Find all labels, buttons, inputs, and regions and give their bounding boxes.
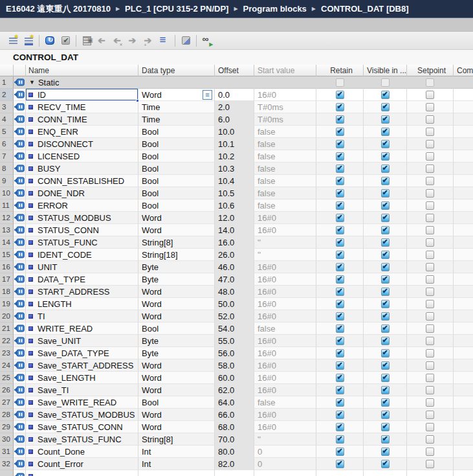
var-comment-cell[interactable] bbox=[454, 101, 473, 113]
var-start-value-cell[interactable]: 16#0 bbox=[254, 89, 316, 101]
add-row-button[interactable] bbox=[21, 34, 36, 48]
retain-checkbox[interactable]: ✔ bbox=[336, 398, 344, 407]
retain-checkbox[interactable]: ✔ bbox=[336, 115, 344, 124]
var-type-cell[interactable]: Bool bbox=[138, 163, 215, 175]
var-name-cell[interactable]: IDENT_CODE bbox=[26, 249, 138, 261]
setpoint-checkbox[interactable] bbox=[426, 103, 434, 111]
var-comment-cell[interactable] bbox=[454, 335, 473, 347]
load-all-values-button[interactable] bbox=[141, 34, 157, 48]
retain-checkbox[interactable]: ✔ bbox=[336, 226, 344, 234]
var-type-cell[interactable]: Word bbox=[138, 212, 215, 224]
var-start-value-cell[interactable]: false bbox=[254, 126, 316, 138]
var-name-cell[interactable]: UNIT bbox=[26, 261, 138, 273]
var-comment-cell[interactable] bbox=[454, 421, 473, 433]
breadcrumb-item[interactable]: PLC_1 [CPU 315-2 PN/DP] bbox=[125, 4, 228, 14]
var-start-value-cell[interactable]: 16#0 bbox=[254, 335, 316, 347]
var-comment-cell[interactable] bbox=[454, 187, 473, 199]
var-type-cell[interactable]: Bool bbox=[138, 126, 215, 138]
visible-checkbox[interactable]: ✔ bbox=[381, 238, 390, 247]
setpoint-checkbox[interactable] bbox=[426, 251, 434, 259]
setpoint-checkbox[interactable] bbox=[426, 164, 434, 173]
setpoint-checkbox[interactable] bbox=[426, 214, 434, 222]
var-type-cell[interactable]: Word bbox=[138, 384, 215, 396]
visible-checkbox[interactable]: ✔ bbox=[381, 312, 390, 321]
var-comment-cell[interactable] bbox=[454, 347, 473, 359]
var-comment-cell[interactable] bbox=[454, 446, 473, 458]
var-type-cell[interactable]: Word bbox=[138, 359, 215, 372]
column-header-offset[interactable]: Offset bbox=[215, 65, 254, 76]
setpoint-checkbox[interactable] bbox=[426, 374, 434, 382]
var-start-value-cell[interactable]: 0 bbox=[254, 446, 316, 458]
var-type-cell[interactable]: String[8] bbox=[138, 433, 215, 446]
var-start-value-cell[interactable]: 16#0 bbox=[254, 212, 316, 224]
retain-checkbox[interactable]: ✔ bbox=[336, 152, 344, 161]
column-header-setpoint[interactable]: Setpoint bbox=[407, 65, 454, 76]
visible-checkbox[interactable]: ✔ bbox=[381, 460, 390, 468]
setpoint-checkbox[interactable] bbox=[426, 435, 434, 444]
retain-checkbox[interactable]: ✔ bbox=[336, 177, 344, 185]
visible-checkbox[interactable]: ✔ bbox=[381, 189, 390, 198]
update-interface-button[interactable] bbox=[178, 34, 193, 48]
retain-checkbox[interactable]: ✔ bbox=[336, 201, 344, 210]
var-type-cell[interactable]: Byte bbox=[138, 347, 215, 359]
retain-checkbox[interactable]: ✔ bbox=[336, 189, 344, 198]
setpoint-checkbox[interactable] bbox=[426, 312, 434, 321]
var-type-cell[interactable]: Bool bbox=[138, 187, 215, 199]
insert-row-button[interactable] bbox=[5, 34, 21, 48]
var-name-cell[interactable]: Count_Done bbox=[26, 446, 138, 458]
monitor-all-button[interactable] bbox=[199, 34, 215, 48]
setpoint-checkbox[interactable] bbox=[426, 337, 434, 345]
var-start-value-cell[interactable]: false bbox=[254, 199, 316, 212]
var-comment-cell[interactable] bbox=[454, 113, 473, 126]
var-name-cell[interactable]: Save_WRITE_READ bbox=[26, 396, 138, 409]
copy-snapshot-to-start-button[interactable] bbox=[94, 34, 110, 48]
setpoint-checkbox[interactable] bbox=[426, 140, 434, 148]
var-name-cell[interactable]: Save_UNIT bbox=[26, 335, 138, 347]
var-start-value-cell[interactable]: false bbox=[254, 138, 316, 150]
var-comment-cell[interactable] bbox=[454, 89, 473, 101]
var-name-cell[interactable]: START_ADDRESS bbox=[26, 286, 138, 298]
var-type-cell[interactable]: Word bbox=[138, 310, 215, 323]
var-start-value-cell[interactable]: '' bbox=[254, 249, 316, 261]
setpoint-checkbox[interactable] bbox=[426, 152, 434, 161]
var-comment-cell[interactable] bbox=[454, 384, 473, 396]
retain-checkbox[interactable]: ✔ bbox=[336, 324, 344, 333]
setpoint-checkbox[interactable] bbox=[426, 300, 434, 308]
visible-checkbox[interactable]: ✔ bbox=[381, 103, 390, 111]
var-name-cell[interactable]: ID bbox=[26, 89, 138, 101]
var-name-cell[interactable]: CONN_TIME bbox=[26, 113, 138, 126]
retain-checkbox[interactable]: ✔ bbox=[336, 435, 344, 444]
setpoint-checkbox[interactable] bbox=[426, 361, 434, 370]
var-start-value-cell[interactable]: 16#0 bbox=[254, 372, 316, 384]
retain-checkbox[interactable]: ✔ bbox=[336, 448, 344, 456]
visible-checkbox[interactable]: ✔ bbox=[381, 349, 390, 357]
var-name-cell[interactable]: Save_START_ADDRESS bbox=[26, 359, 138, 372]
group-name-cell[interactable]: ▼Static bbox=[26, 76, 138, 89]
setpoint-checkbox[interactable] bbox=[426, 263, 434, 271]
visible-checkbox[interactable]: ✔ bbox=[381, 361, 390, 370]
retain-checkbox[interactable]: ✔ bbox=[336, 128, 344, 136]
selection-fill-handle[interactable] bbox=[136, 99, 139, 102]
var-comment-cell[interactable] bbox=[454, 212, 473, 224]
copy-all-to-start-button[interactable] bbox=[110, 34, 126, 48]
retain-checkbox[interactable]: ✔ bbox=[336, 263, 344, 271]
var-type-cell[interactable]: Bool bbox=[138, 138, 215, 150]
setpoint-checkbox[interactable] bbox=[426, 324, 434, 333]
visible-checkbox[interactable]: ✔ bbox=[381, 128, 390, 136]
var-comment-cell[interactable] bbox=[454, 199, 473, 212]
var-comment-cell[interactable] bbox=[454, 409, 473, 421]
setpoint-checkbox[interactable] bbox=[426, 349, 434, 357]
load-start-values-button[interactable] bbox=[126, 34, 141, 48]
setpoint-checkbox[interactable] bbox=[426, 386, 434, 394]
var-start-value-cell[interactable]: false bbox=[254, 187, 316, 199]
retain-checkbox[interactable] bbox=[336, 78, 344, 87]
column-header-visible[interactable]: Visible in ... bbox=[364, 65, 407, 76]
var-type-cell[interactable]: Int bbox=[138, 446, 215, 458]
visible-checkbox[interactable]: ✔ bbox=[381, 115, 390, 124]
var-name-cell[interactable]: DONE_NDR bbox=[26, 187, 138, 199]
visible-checkbox[interactable]: ✔ bbox=[381, 275, 390, 284]
var-comment-cell[interactable] bbox=[454, 126, 473, 138]
var-name-cell[interactable]: TI bbox=[26, 310, 138, 323]
column-header-retain[interactable]: Retain bbox=[316, 65, 364, 76]
var-type-cell[interactable]: Time bbox=[138, 113, 215, 126]
